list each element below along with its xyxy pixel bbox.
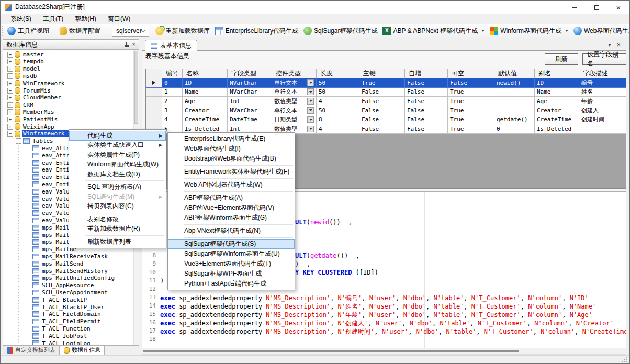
grid-cell-r0-c10[interactable]: 编号 (579, 78, 626, 88)
grid-cell-r4-c0[interactable]: 4 (162, 115, 183, 124)
collapse-icon[interactable]: − (16, 138, 21, 144)
cell-dropdown-button[interactable] (307, 116, 314, 123)
tree-item-table-5[interactable]: eav_Entity (3, 180, 77, 188)
context-menu-item-2[interactable]: 实体类属性生成(P) (69, 150, 166, 160)
tree-item-table-15[interactable]: mps_MailReceiveTask (3, 253, 109, 260)
pin-icon[interactable] (124, 42, 129, 47)
submenu-item-17[interactable]: SqlSugar框架WPF界面生成 (168, 269, 295, 279)
toolbar-button-web[interactable]: Web界面代码生成 (571, 26, 630, 37)
grid-cell-r4-c7[interactable]: True (448, 115, 494, 124)
grid-cell-r2-c5[interactable]: False (359, 97, 405, 106)
toolbar-button-reload[interactable]: 重新加载数据库 (153, 26, 212, 37)
maximize-button[interactable] (586, 1, 608, 14)
grid-cell-r4-c3[interactable]: 日期类型 (272, 115, 317, 124)
set-field-alias-button[interactable]: 设置字段别名 (582, 53, 626, 65)
cell-dropdown-button[interactable] (307, 88, 314, 95)
chevron-down-icon[interactable]: ▼ (608, 43, 612, 48)
tree-item-model[interactable]: +model (3, 65, 41, 73)
grid-cell-r2-c4[interactable]: 4 (317, 97, 359, 106)
refresh-button[interactable]: 刷新 (545, 53, 578, 65)
grid-cell-r0-c9[interactable]: ID (535, 78, 579, 88)
grid-cell-r0-c0[interactable]: 0 (162, 78, 183, 88)
tab-table-basic-info[interactable]: 表基本信息 (145, 40, 197, 51)
context-menu-item-11[interactable]: 重新加载数据库(R) (69, 224, 166, 234)
grid-header-2[interactable]: 字段类型 (228, 69, 272, 78)
submenu-item-9[interactable]: ABP的Vue+Element界面代码(V) (168, 203, 295, 213)
grid-cell-r4-c8[interactable]: getdate() (494, 115, 535, 124)
grid-cell-r1-c5[interactable]: False (359, 88, 405, 97)
tree-item-table-8[interactable]: eav_Value_ (3, 202, 77, 210)
grid-cell-r1-c3[interactable]: 单行文本 (272, 88, 317, 97)
grid-cell-r0-c6[interactable]: False (405, 78, 448, 88)
tree-item-table-4[interactable]: eav_Entity (3, 174, 77, 181)
panel-tab-1[interactable]: 数据库信息 (60, 346, 105, 355)
expand-icon[interactable]: + (7, 102, 13, 108)
grid-cell-r3-c10[interactable]: 创建人 (579, 106, 626, 116)
context-menu-item-4[interactable]: 数据库文档生成(D) (69, 169, 166, 179)
cell-dropdown-button[interactable] (307, 98, 314, 105)
tree-item-ForumMis[interactable]: +ForumMis (3, 87, 52, 94)
grid-cell-r3-c9[interactable]: Creator (535, 106, 579, 116)
grid-cell-r5-c10[interactable] (579, 124, 626, 134)
tree-item-table-18[interactable]: mps_MailUnifiedConfig (3, 275, 116, 282)
grid-cell-r5-c5[interactable]: False (359, 124, 405, 134)
tree-item-table-3[interactable]: eav_Entity (3, 166, 77, 174)
grid-cell-r3-c3[interactable]: 单行文本 (272, 106, 317, 116)
expand-icon[interactable]: + (7, 66, 13, 72)
tree-item-table-17[interactable]: mps_MailSendHistory (3, 267, 109, 275)
grid-cell-r3-c6[interactable]: False (405, 106, 448, 116)
scrollbar-thumb[interactable] (134, 51, 138, 124)
grid-header-9[interactable]: 别名 (535, 69, 579, 78)
tree-item-CRM[interactable]: +CRM (3, 101, 35, 109)
grid-cell-r4-c4[interactable]: 8 (317, 115, 359, 124)
grid-header-8[interactable]: 默认值 (494, 69, 535, 78)
horizontal-scrollbar[interactable] (142, 348, 626, 355)
grid-header-7[interactable]: 可空 (448, 69, 494, 78)
grid-cell-r2-c1[interactable]: Age (183, 97, 228, 106)
grid-cell-r0-c3[interactable]: 单行文本 (272, 78, 317, 88)
close-icon[interactable]: × (617, 41, 621, 49)
cell-dropdown-button[interactable] (307, 79, 314, 86)
grid-cell-r1-c7[interactable]: True (448, 88, 494, 97)
grid-cell-r2-c8[interactable] (494, 97, 535, 106)
toolbar-button-abp[interactable]: ABP & ABPNext 框架代码生成 (380, 26, 487, 37)
grid-header-3[interactable]: 控件类型 (272, 69, 317, 78)
submenu-item-14[interactable]: SqlSugar框架代码生成(S) (168, 239, 295, 249)
grid-cell-r0-c7[interactable]: False (448, 78, 494, 88)
submenu-item-2[interactable]: Bootstrap的Web界面代码生成(B) (168, 154, 295, 164)
grid-cell-r4-c5[interactable]: False (359, 115, 405, 124)
grid-cell-r0-c2[interactable]: NVarChar (228, 78, 272, 88)
grid-cell-r0-c8[interactable]: newid() (494, 78, 535, 88)
submenu-item-4[interactable]: EntityFramework实体框架代码生成(F) (168, 167, 295, 177)
tree-item-WeixinApp[interactable]: +WeixinApp (3, 123, 55, 130)
grid-cell-r3-c1[interactable]: Creator (183, 106, 228, 116)
grid-cell-r0-c4[interactable]: 50 (317, 78, 359, 88)
grid-row-4[interactable]: 4CreateTimeDateTime日期类型8FalseFalseTruege… (146, 115, 626, 124)
grid-cell-r4-c10[interactable]: 创建时间 (579, 115, 626, 124)
expand-icon[interactable]: + (7, 124, 13, 130)
expand-icon[interactable]: + (7, 88, 13, 94)
grid-cell-r3-c7[interactable]: True (448, 106, 494, 116)
toolbar-button-keys[interactable]: 数据库配置 (58, 26, 103, 37)
grid-cell-r1-c9[interactable]: Name (535, 88, 579, 97)
toolbar-button-sqlsugar[interactable]: SqlSugar框架代码生成 (301, 26, 379, 37)
grid-row-0[interactable]: 0IDNVarChar单行文本50TrueFalseFalsenewid()ID… (146, 78, 626, 88)
context-menu-item-13[interactable]: 刷新数据库列表 (69, 237, 166, 247)
tree-item-CloudMember[interactable]: +CloudMember (3, 94, 62, 101)
tree-item-table-26[interactable]: T_ACL_JobPost (3, 332, 88, 339)
submenu-item-1[interactable]: Web界面代码生成(I) (168, 144, 295, 154)
menubar-item-3[interactable]: 窗口(W) (102, 14, 136, 25)
grid-header-1[interactable]: 名称 (183, 69, 228, 78)
context-menu-item-0[interactable]: 代码生成▶ (69, 131, 166, 141)
grid-header-4[interactable]: 长度 (317, 69, 359, 78)
grid-row-1[interactable]: 1NameNVarChar单行文本50FalseFalseTrueName姓名 (146, 88, 626, 97)
grid-cell-r0-c5[interactable]: True (359, 78, 405, 88)
panel-close-icon[interactable]: × (132, 41, 136, 48)
tree-item-table-11[interactable]: mps_MailAt (3, 224, 77, 231)
cell-dropdown-button[interactable] (307, 126, 314, 132)
grid-cell-r1-c10[interactable]: 姓名 (579, 88, 626, 97)
submenu-item-15[interactable]: SqlSugar框架Winform界面生成(U) (168, 249, 295, 259)
close-button[interactable]: × (608, 1, 629, 14)
expand-icon[interactable]: + (7, 73, 13, 79)
tree-item-table-25[interactable]: T_ACL_Function (3, 325, 92, 332)
